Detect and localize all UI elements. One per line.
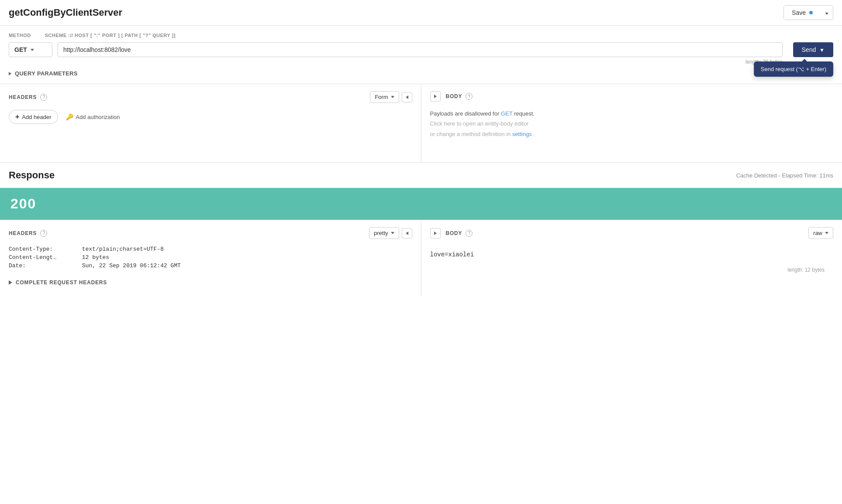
header-key: Content-Lengt… <box>9 254 79 261</box>
pretty-dropdown[interactable]: pretty <box>369 227 399 239</box>
send-tooltip: Send request (⌥ + Enter) <box>754 61 834 77</box>
collapse-left-btn[interactable] <box>402 92 412 102</box>
response-body-title: BODY <box>446 230 462 236</box>
body-get-link[interactable]: GET <box>501 110 513 117</box>
pretty-label: pretty <box>374 230 388 236</box>
method-url-row: GET length: 26 bytes Send ▼ Send request… <box>9 42 833 65</box>
body-help-icon[interactable]: ? <box>465 93 472 100</box>
response-chevron-left-icon <box>406 232 408 235</box>
expand-body-btn[interactable] <box>430 91 441 102</box>
url-wrapper: length: 26 bytes <box>58 42 783 65</box>
headers-help-icon[interactable]: ? <box>40 94 47 101</box>
table-row: Content-Lengt… 12 bytes <box>9 254 412 261</box>
response-body-content: love=xiaolei <box>430 246 834 263</box>
request-body-panel: BODY ? Payloads are disallowed for GET r… <box>421 84 842 162</box>
header-key: Date: <box>9 262 79 269</box>
send-button[interactable]: Send ▼ <box>793 42 833 57</box>
header-value: Sun, 22 Sep 2019 06:12:42 GMT <box>82 262 181 269</box>
response-body-title-row: BODY ? raw <box>430 227 834 239</box>
save-dot <box>809 11 813 14</box>
method-dropdown-icon <box>31 49 34 51</box>
status-bar: 200 <box>0 188 842 220</box>
method-value: GET <box>14 46 27 53</box>
body-title: BODY <box>446 93 462 99</box>
send-btn-container: Send ▼ Send request (⌥ + Enter) <box>788 42 833 57</box>
add-header-button[interactable]: + Add header <box>9 110 58 124</box>
expand-response-body-btn[interactable] <box>430 228 441 238</box>
response-header: Response Cache Detected - Elapsed Time: … <box>0 163 842 188</box>
headers-controls: Form <box>370 91 412 103</box>
send-btn-arrow: ▼ <box>819 47 825 53</box>
response-body-length: length: 12 bytes <box>430 263 834 276</box>
add-auth-label: Add authorization <box>76 114 120 120</box>
response-headers-table: Content-Type: text/plain;charset=UTF-8 C… <box>9 246 412 269</box>
header-value: 12 bytes <box>82 254 109 261</box>
save-btn-group: Save <box>784 5 833 20</box>
response-title: Response <box>9 170 55 181</box>
header-key: Content-Type: <box>9 246 79 252</box>
save-dropdown-button[interactable] <box>821 6 833 20</box>
body-text-1: Payloads are disallowed for <box>430 110 500 117</box>
response-headers-title-row: HEADERS ? pretty <box>9 227 412 239</box>
cache-info: Cache Detected - Elapsed Time: 11ms <box>736 172 833 179</box>
status-code: 200 <box>10 196 832 212</box>
send-button-label: Send <box>802 46 816 53</box>
page-title: getConfigByClientServer <box>9 7 122 18</box>
headers-body-section: HEADERS ? Form + Add header 🔑 Add author… <box>0 84 842 163</box>
body-text-5: . <box>534 131 535 137</box>
body-title-row: BODY ? <box>430 91 834 102</box>
response-headers-panel: HEADERS ? pretty Content-Type: text/plai… <box>0 220 421 296</box>
response-body-panel: BODY ? raw love=xiaolei length: 12 bytes <box>421 220 842 296</box>
method-select[interactable]: GET <box>9 42 52 57</box>
raw-label: raw <box>813 230 822 236</box>
complete-request-label: COMPLETE REQUEST HEADERS <box>16 279 107 286</box>
key-icon: 🔑 <box>66 113 73 120</box>
url-scheme-label: SCHEME :// HOST [ ":" PORT ] [ PATH [ "?… <box>45 33 176 38</box>
response-body-help-icon[interactable]: ? <box>465 230 472 237</box>
url-length: length: 26 bytes <box>58 59 783 65</box>
response-body-expand-icon <box>434 232 437 235</box>
header-actions-row: + Add header 🔑 Add authorization <box>9 110 412 124</box>
headers-title: HEADERS <box>9 94 37 100</box>
table-row: Content-Type: text/plain;charset=UTF-8 <box>9 246 412 252</box>
plus-icon: + <box>15 113 19 121</box>
response-section: Response Cache Detected - Elapsed Time: … <box>0 163 842 296</box>
query-params-arrow-icon <box>9 72 11 75</box>
save-label: Save <box>792 9 806 16</box>
body-settings-link[interactable]: settings <box>512 131 532 137</box>
response-headers-controls: pretty <box>369 227 412 239</box>
form-label: Form <box>375 94 388 100</box>
url-input[interactable] <box>58 42 783 57</box>
add-authorization-button[interactable]: 🔑 Add authorization <box>62 111 124 123</box>
complete-request-headers-row[interactable]: COMPLETE REQUEST HEADERS <box>9 276 412 289</box>
method-label: METHOD <box>9 33 31 38</box>
query-params-row[interactable]: QUERY PARAMETERS <box>9 70 833 77</box>
complete-req-arrow-icon <box>9 280 12 285</box>
body-text-3[interactable]: Click here to open an entity-body editor <box>430 120 529 127</box>
raw-dropdown[interactable]: raw <box>808 227 833 239</box>
query-params-label: QUERY PARAMETERS <box>15 70 78 77</box>
request-section: METHOD SCHEME :// HOST [ ":" PORT ] [ PA… <box>0 26 842 84</box>
add-header-label: Add header <box>22 114 51 120</box>
body-text-2: request. <box>514 110 534 117</box>
response-panels: HEADERS ? pretty Content-Type: text/plai… <box>0 220 842 296</box>
header-value: text/plain;charset=UTF-8 <box>82 246 164 252</box>
response-headers-help-icon[interactable]: ? <box>40 230 47 237</box>
chevron-down-icon <box>825 13 828 15</box>
pretty-dropdown-icon <box>391 232 394 234</box>
body-expand-icon <box>434 95 437 98</box>
response-collapse-left-btn[interactable] <box>402 228 412 238</box>
raw-dropdown-icon <box>825 232 828 234</box>
headers-title-row: HEADERS ? Form <box>9 91 412 103</box>
body-description: Payloads are disallowed for GET request.… <box>430 109 834 139</box>
chevron-left-icon <box>406 95 408 99</box>
save-button[interactable]: Save <box>784 6 821 20</box>
body-text-4: or change a method definition in <box>430 131 511 137</box>
form-dropdown[interactable]: Form <box>370 91 399 103</box>
form-dropdown-icon <box>391 96 394 98</box>
headers-panel: HEADERS ? Form + Add header 🔑 Add author… <box>0 84 421 162</box>
top-bar: getConfigByClientServer Save <box>0 0 842 26</box>
response-headers-title: HEADERS <box>9 230 37 236</box>
table-row: Date: Sun, 22 Sep 2019 06:12:42 GMT <box>9 262 412 269</box>
